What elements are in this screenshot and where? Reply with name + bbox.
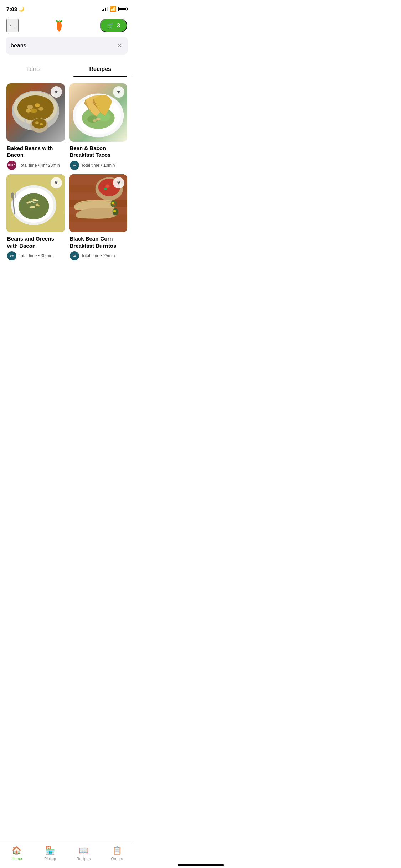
recipe-grid: ♥ Baked Beans with Bacon BH&G Total time… xyxy=(0,77,134,263)
svg-point-3 xyxy=(27,105,33,109)
svg-point-2 xyxy=(17,95,54,121)
recipe-title-4: Black Bean-Corn Breakfast Burritos xyxy=(69,235,128,249)
moon-icon: 🌙 xyxy=(19,6,24,12)
battery-icon xyxy=(118,7,127,11)
recipe-image-tacos: ♥ xyxy=(69,83,128,142)
svg-point-6 xyxy=(38,107,43,110)
svg-point-5 xyxy=(30,109,37,113)
recipe-time-2: Total time • 10min xyxy=(81,163,115,168)
wifi-icon: 📶 xyxy=(110,6,117,12)
search-input[interactable] xyxy=(11,42,116,49)
recipe-card-bean-bacon-tacos[interactable]: ♥ Bean & Bacon Breakfast Tacos EW Total … xyxy=(67,81,130,172)
recipe-image-baked-beans: ♥ xyxy=(6,83,65,142)
svg-point-19 xyxy=(93,119,96,122)
status-bar: 7:03 🌙 📶 xyxy=(0,0,134,16)
status-time: 7:03 xyxy=(6,6,17,12)
svg-point-10 xyxy=(35,121,39,124)
recipe-title-3: Beans and Greens with Bacon xyxy=(6,235,65,249)
svg-point-45 xyxy=(113,203,115,205)
recipe-image-beans-greens: ♥ xyxy=(6,174,65,233)
favorite-button-3[interactable]: ♥ xyxy=(51,177,62,188)
cart-icon: 🛒 xyxy=(107,22,114,29)
favorite-button-2[interactable]: ♥ xyxy=(113,86,124,98)
source-badge-4: EW xyxy=(70,251,79,260)
recipe-meta-3: EW Total time • 30min xyxy=(6,251,65,260)
svg-point-18 xyxy=(96,118,100,120)
svg-point-9 xyxy=(32,118,47,129)
recipe-meta-1: BH&G Total time • 4hr 20min xyxy=(6,161,65,170)
svg-point-4 xyxy=(35,103,40,107)
signal-bars xyxy=(102,6,108,11)
source-badge-3: EW xyxy=(7,251,16,260)
search-clear-button[interactable]: ✕ xyxy=(116,41,123,50)
recipe-meta-4: EW Total time • 25min xyxy=(69,251,128,260)
favorite-button-4[interactable]: ♥ xyxy=(113,177,124,188)
app-header: ← 🛒 3 xyxy=(0,16,134,37)
svg-point-7 xyxy=(26,109,31,113)
status-icons: 📶 xyxy=(102,6,127,12)
svg-point-47 xyxy=(113,210,116,212)
app-logo xyxy=(54,19,65,32)
tab-recipes[interactable]: Recipes xyxy=(67,62,134,77)
source-badge-2: EW xyxy=(70,161,79,170)
recipe-image-burritos: ♥ xyxy=(69,174,128,233)
svg-point-41 xyxy=(110,186,114,189)
recipe-time-1: Total time • 4hr 20min xyxy=(19,163,60,168)
tab-items[interactable]: Items xyxy=(0,62,67,77)
recipe-meta-2: EW Total time • 10min xyxy=(69,161,128,170)
cart-button[interactable]: 🛒 3 xyxy=(100,19,127,32)
source-badge-1: BH&G xyxy=(7,161,16,170)
search-bar: ✕ xyxy=(6,37,128,55)
recipe-card-black-bean-burritos[interactable]: ♥ Black Bean-Corn Breakfast Burritos EW … xyxy=(67,172,130,263)
recipe-title-2: Bean & Bacon Breakfast Tacos xyxy=(69,145,128,159)
favorite-button-1[interactable]: ♥ xyxy=(51,86,62,98)
recipe-title-1: Baked Beans with Bacon xyxy=(6,145,65,159)
recipe-time-4: Total time • 25min xyxy=(81,253,115,258)
svg-point-11 xyxy=(40,123,43,125)
carrot-icon xyxy=(54,19,65,32)
recipe-card-baked-beans-bacon[interactable]: ♥ Baked Beans with Bacon BH&G Total time… xyxy=(4,81,67,172)
svg-point-42 xyxy=(104,187,107,190)
svg-point-40 xyxy=(105,184,109,188)
recipe-card-beans-greens-bacon[interactable]: ♥ Beans and Greens with Bacon EW Total t… xyxy=(4,172,67,263)
search-tabs: Items Recipes xyxy=(0,62,134,77)
recipe-time-3: Total time • 30min xyxy=(19,253,52,258)
back-button[interactable]: ← xyxy=(6,19,19,32)
cart-count: 3 xyxy=(117,22,120,29)
